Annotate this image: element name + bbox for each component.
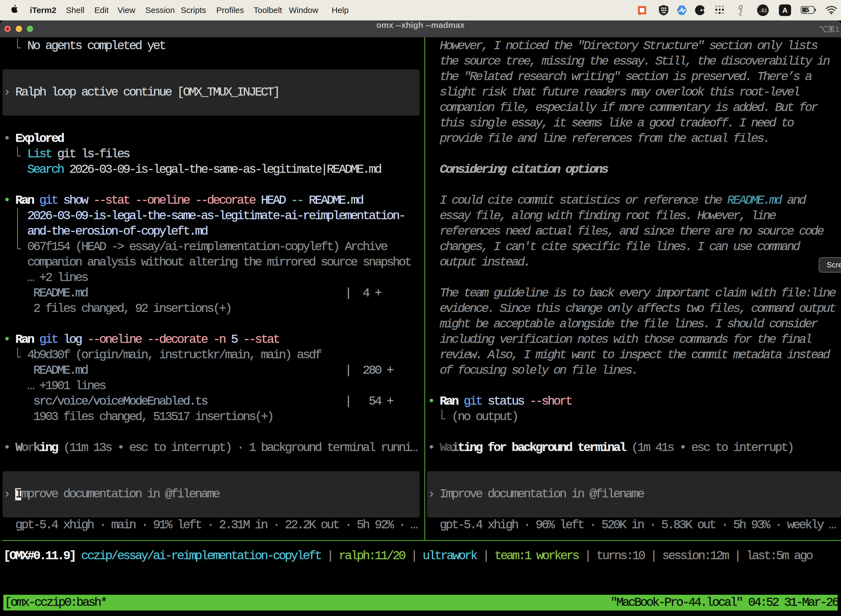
- svg-text:..61: ..61: [759, 7, 767, 13]
- svg-text:A: A: [782, 6, 788, 14]
- svg-text:1: 1: [835, 25, 840, 34]
